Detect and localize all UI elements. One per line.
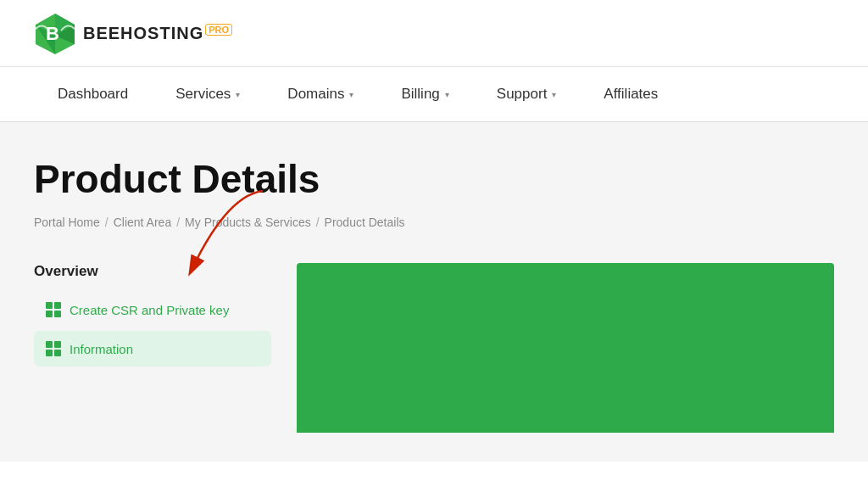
nav-label-support: Support	[497, 86, 548, 103]
grid-icon-information	[46, 341, 61, 356]
sidebar-item-create-csr[interactable]: Create CSR and Private key	[34, 292, 271, 327]
nav-item-domains[interactable]: Domains ▾	[264, 67, 377, 121]
nav-label-affiliates: Affiliates	[604, 86, 658, 103]
right-panel	[297, 263, 834, 433]
nav-label-dashboard: Dashboard	[58, 86, 128, 103]
breadcrumb-my-products[interactable]: My Products & Services	[185, 216, 311, 229]
nav-label-billing: Billing	[401, 86, 439, 103]
grid-icon-create-csr	[46, 302, 61, 317]
breadcrumb-client-area[interactable]: Client Area	[114, 216, 171, 229]
nav-item-dashboard[interactable]: Dashboard	[34, 67, 152, 121]
breadcrumb-product-details: Product Details	[325, 216, 405, 229]
sidebar-item-information[interactable]: Information	[34, 331, 271, 367]
sidebar-heading: Overview	[34, 263, 271, 280]
logo-text: BEEHOSTINGPRO	[83, 24, 232, 43]
main-nav: Dashboard Services ▾ Domains ▾ Billing ▾…	[0, 67, 868, 122]
breadcrumb-sep-3: /	[316, 216, 320, 229]
nav-label-domains: Domains	[287, 86, 344, 103]
breadcrumb-sep-2: /	[176, 216, 180, 229]
nav-item-services[interactable]: Services ▾	[152, 67, 264, 121]
svg-text:B: B	[46, 23, 59, 44]
main-layout: Overview Create CSR and Private key Info…	[34, 263, 834, 433]
sidebar-item-label-information: Information	[70, 342, 133, 356]
sidebar-item-label-create-csr: Create CSR and Private key	[70, 303, 229, 317]
nav-item-billing[interactable]: Billing ▾	[377, 67, 472, 121]
page-title: Product Details	[34, 156, 834, 202]
breadcrumb-portal-home[interactable]: Portal Home	[34, 216, 100, 229]
chevron-down-icon: ▾	[236, 90, 240, 99]
sidebar: Overview Create CSR and Private key Info…	[34, 263, 271, 370]
nav-item-affiliates[interactable]: Affiliates	[580, 67, 682, 121]
logo-icon: B	[34, 12, 76, 54]
chevron-down-icon: ▾	[552, 90, 556, 99]
header: B BEEHOSTINGPRO	[0, 0, 868, 67]
breadcrumb: Portal Home / Client Area / My Products …	[34, 216, 834, 229]
nav-label-services: Services	[175, 86, 231, 103]
chevron-down-icon: ▾	[349, 90, 353, 99]
logo-area[interactable]: B BEEHOSTINGPRO	[34, 12, 232, 54]
chevron-down-icon: ▾	[445, 90, 449, 99]
content-area: Product Details Portal Home / Client Are…	[0, 122, 868, 462]
breadcrumb-sep-1: /	[105, 216, 108, 229]
nav-item-support[interactable]: Support ▾	[473, 67, 581, 121]
